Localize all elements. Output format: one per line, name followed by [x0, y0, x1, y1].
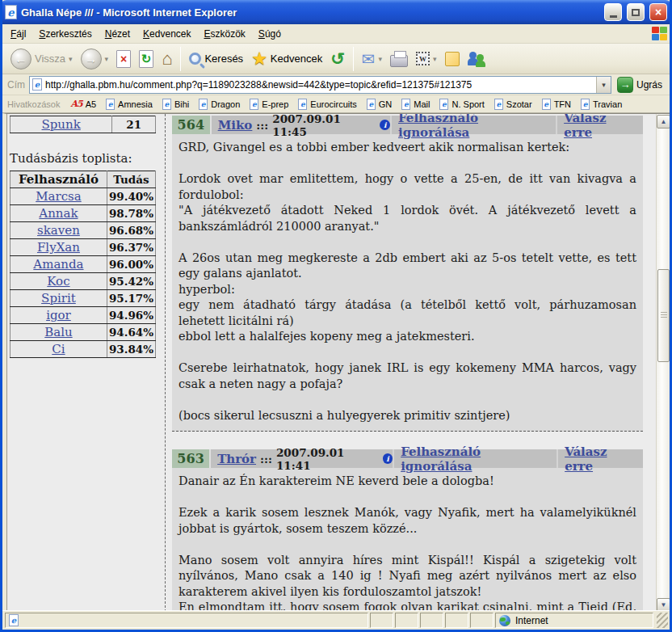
user-link[interactable]: Koc [47, 274, 69, 289]
user-link[interactable]: skaven [37, 223, 80, 238]
menu-item[interactable]: Szerkesztés [32, 26, 98, 42]
address-dropdown-button[interactable]: ▾ [596, 77, 611, 93]
link-item[interactable]: e Dragon [196, 99, 246, 110]
edit-dropdown-icon[interactable]: ▾ [433, 55, 437, 63]
forum-post-564: 564 Miko ::: 2007.09.01 11:45 i Felhaszn… [172, 116, 643, 432]
link-item[interactable]: e Mail [399, 99, 435, 110]
toplist-row: Balu 94.64% [10, 324, 156, 341]
link-item[interactable]: e E-prep [247, 99, 294, 110]
menu-item[interactable]: Súgó [252, 26, 288, 42]
reply-link[interactable]: Válasz erre [565, 445, 636, 474]
table-row: Spunk 21 [10, 116, 156, 133]
messenger-icon [468, 51, 487, 67]
toplist-row: skaven 96.68% [10, 222, 156, 239]
link-item[interactable]: e Bihi [160, 99, 195, 110]
info-icon[interactable]: i [380, 120, 390, 130]
user-link[interactable]: Ci [52, 342, 65, 356]
print-button[interactable] [387, 48, 411, 69]
ie-doc-icon: e [401, 99, 410, 110]
menu-item[interactable]: Fájl [4, 26, 32, 42]
menu-item[interactable]: Kedvencek [136, 26, 197, 42]
user-link[interactable]: FlyXan [37, 240, 80, 255]
score-value: 94.64% [107, 324, 155, 341]
title-bar[interactable]: e Ghalla Népe /// - Microsoft Internet E… [0, 0, 672, 24]
toplist-row: FlyXan 96.37% [10, 239, 156, 256]
ie-doc-icon: e [439, 99, 448, 110]
link-item[interactable]: e Eurocircuits [296, 99, 362, 110]
refresh-button[interactable]: ↻ [136, 48, 157, 70]
ie-logo-icon: e [5, 5, 17, 19]
forward-button[interactable]: → ▾ [78, 47, 112, 71]
toolbar: ← Vissza ▾ → ▾ × ↻ ⌂ Keresés ★ Kedvencek… [2, 44, 670, 74]
links-items: e Amnesia e Bihi e Dragon e E-prep [103, 99, 628, 110]
ignore-user-link[interactable]: Felhasználó ignorálása [401, 445, 550, 474]
toplist-row: Ci 93.84% [10, 341, 156, 358]
link-item[interactable]: e TFN [540, 99, 577, 110]
info-icon[interactable]: i [383, 453, 393, 464]
user-link[interactable]: Amanda [33, 257, 83, 272]
status-pane [395, 613, 418, 628]
link-item[interactable]: e Travian [578, 99, 628, 110]
forward-dropdown-icon[interactable]: ▾ [105, 55, 109, 63]
post-meta-separator: ::: [260, 453, 272, 466]
link-item[interactable]: e Szotar [492, 99, 538, 110]
forum-post-563: 563 Thrór ::: 2007.09.01 11:41 i Felhasz… [172, 449, 643, 612]
user-link[interactable]: Annak [39, 206, 78, 221]
post-number: 563 [172, 449, 211, 468]
edit-button[interactable]: W ▾ [413, 50, 440, 67]
ie-doc-icon: e [162, 99, 171, 110]
back-icon: ← [10, 48, 32, 70]
post-meta-separator: ::: [256, 119, 268, 132]
search-button[interactable]: Keresés [186, 51, 246, 66]
status-pane [470, 613, 494, 628]
discuss-button[interactable] [442, 50, 463, 68]
toplist-header-row: Felhasználó Tudás [10, 171, 156, 188]
home-button[interactable]: ⌂ [158, 48, 175, 70]
back-dropdown-icon[interactable]: ▾ [69, 55, 73, 63]
user-link[interactable]: Spunk [41, 117, 80, 132]
post-body: GRD, Givangel es a tobbi ember kedveert … [172, 134, 643, 432]
minimize-button[interactable] [604, 3, 622, 21]
scroll-up-button[interactable]: ▲ [657, 115, 670, 129]
go-button[interactable]: → Ugrás [615, 76, 666, 94]
mail-button[interactable]: ✉ ▾ [359, 49, 385, 69]
mail-dropdown-icon[interactable]: ▾ [379, 55, 383, 63]
post-author-link[interactable]: Miko [218, 118, 253, 133]
resize-grip[interactable] [657, 613, 668, 628]
user-link[interactable]: Spirit [41, 291, 76, 305]
address-field[interactable]: e http://ghalla.pbm.hu/comment.php?q=118… [29, 76, 611, 94]
stop-button[interactable]: × [113, 48, 134, 70]
score-value: 96.68% [107, 222, 155, 239]
favorites-button[interactable]: ★ Kedvencek [248, 48, 326, 70]
address-url[interactable]: http://ghalla.pbm.hu/comment.php?q=11890… [45, 79, 593, 91]
address-label: Cím [7, 79, 25, 91]
history-button[interactable]: ↺ [327, 48, 348, 69]
link-item[interactable]: e Amnesia [103, 99, 158, 110]
link-label: TFN [554, 99, 571, 109]
back-label: Vissza [35, 53, 65, 65]
post-date: 2007.09.01 11:41 [276, 446, 379, 472]
back-button[interactable]: ← Vissza ▾ [7, 47, 76, 71]
messenger-button[interactable] [464, 49, 490, 69]
user-link[interactable]: Balu [44, 325, 72, 339]
link-item-a5[interactable]: A5 A5 [68, 99, 102, 109]
link-item[interactable]: e GN [364, 99, 398, 110]
user-link[interactable]: igor [46, 308, 71, 322]
favorites-label: Kedvencek [271, 53, 322, 65]
ignore-user-link[interactable]: Felhasználó ignorálása [398, 113, 549, 140]
link-label: Travian [593, 99, 622, 109]
toplist-row: igor 94.96% [10, 307, 156, 324]
menu-item[interactable]: Nézet [99, 26, 136, 42]
maximize-button[interactable] [627, 3, 645, 21]
reply-link[interactable]: Válasz erre [564, 113, 636, 140]
user-link[interactable]: Marcsa [36, 189, 82, 204]
link-item[interactable]: e N. Sport [437, 99, 489, 110]
close-button[interactable]: × [649, 3, 667, 21]
menu-item[interactable]: Eszközök [197, 26, 251, 42]
toplist-row: Koc 95.42% [10, 273, 156, 290]
vertical-scrollbar[interactable]: ▲ ▼ [656, 114, 670, 612]
scrollbar-thumb[interactable] [657, 269, 670, 362]
post-number: 564 [172, 116, 212, 134]
link-label: Bihi [174, 99, 189, 109]
post-author-link[interactable]: Thrór [217, 452, 256, 466]
